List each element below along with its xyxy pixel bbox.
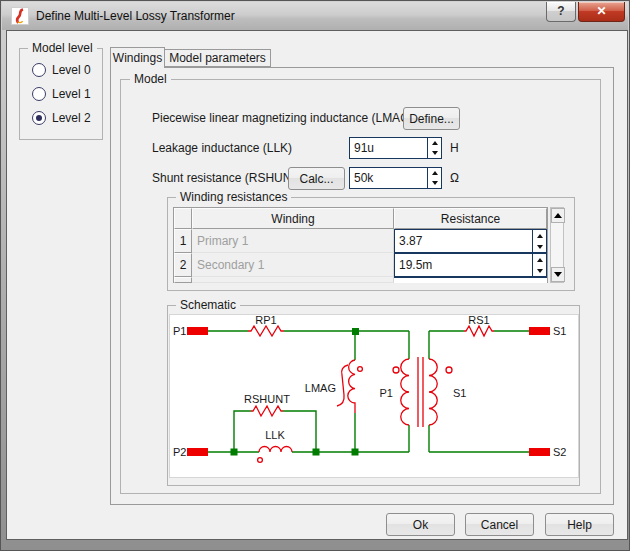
radio-level-2[interactable]: Level 2: [32, 110, 91, 126]
resistance-value-secondary-1[interactable]: 19.5m: [395, 254, 532, 276]
dialog-body: Model level Level 0 Level 1 Level 2 Wind…: [6, 30, 628, 540]
help-button[interactable]: Help: [545, 513, 614, 536]
rshunt-spinbox[interactable]: 50k: [349, 167, 442, 189]
p1-terminal-label: P1: [173, 325, 186, 337]
lmag-define-button[interactable]: Define...: [403, 107, 460, 130]
p2-terminal-pad: [187, 448, 208, 456]
lmag-label: Piecewise linear magnetizing inductance …: [152, 111, 413, 125]
cancel-button[interactable]: Cancel: [465, 513, 534, 536]
rp1-label: RP1: [255, 315, 276, 326]
resistance-spin-buttons-1[interactable]: [532, 230, 546, 252]
row-header-3-partial: [174, 277, 192, 283]
question-icon: ?: [557, 4, 564, 18]
s1-terminal-label: S1: [553, 325, 566, 337]
winding-resistances-table: Winding Resistance 1 Primary 1 3.87: [173, 207, 548, 283]
llk-value[interactable]: 91u: [350, 138, 427, 158]
llk-spin-buttons[interactable]: [427, 138, 441, 158]
primary-winding-label: P1: [380, 387, 393, 399]
window-title: Define Multi-Level Lossy Transformer: [36, 2, 235, 30]
resistance-2-spin-up-icon[interactable]: [533, 254, 546, 265]
column-header-resistance[interactable]: Resistance: [394, 208, 547, 229]
rshunt-label: Shunt resistance (RSHUNT): [152, 171, 303, 185]
winding-cell-3-partial: [192, 277, 394, 283]
radio-level-0[interactable]: Level 0: [32, 62, 91, 78]
resistance-spin-buttons-2[interactable]: [532, 254, 546, 276]
tab-windings[interactable]: Windings: [110, 47, 165, 68]
windings-tab-panel: Model Piecewise linear magnetizing induc…: [110, 67, 614, 505]
rshunt-spin-buttons[interactable]: [427, 168, 441, 188]
resistance-1-spin-down-icon[interactable]: [533, 241, 546, 252]
model-group: Model Piecewise linear magnetizing induc…: [120, 79, 601, 494]
schematic-group: Schematic: [167, 305, 580, 486]
radio-level-1-icon[interactable]: [32, 87, 46, 101]
table-corner-cell: [174, 208, 192, 229]
llk-spin-up-icon[interactable]: [428, 138, 441, 148]
close-button[interactable]: ✕: [578, 2, 625, 22]
rshunt-spin-down-icon[interactable]: [428, 178, 441, 188]
llk-label: Leakage inductance (LLK): [152, 141, 292, 155]
ok-button[interactable]: Ok: [386, 513, 455, 536]
row-header-1[interactable]: 1: [174, 229, 192, 253]
scroll-down-icon: [554, 272, 562, 277]
s1-terminal-pad: [529, 327, 550, 335]
resistance-1-spin-up-icon[interactable]: [533, 230, 546, 241]
close-icon: ✕: [596, 4, 606, 18]
llk-unit: H: [450, 141, 459, 155]
screen: Define Multi-Level Lossy Transformer ? ✕…: [0, 0, 630, 551]
model-level-group: Model level Level 0 Level 1 Level 2: [19, 48, 103, 140]
winding-cell-primary-1: Primary 1: [192, 229, 394, 253]
rshunt-unit: Ω: [450, 171, 459, 185]
tab-model-parameters[interactable]: Model parameters: [164, 49, 271, 67]
resistance-cell-3-partial: [394, 277, 547, 283]
schematic-canvas: P1 P2 S1 S2 RP1 RS1 RSHUNT LLK LMAG P1 S: [169, 314, 579, 478]
resistance-spinbox-secondary-1[interactable]: 19.5m: [394, 253, 547, 277]
rshunt-value[interactable]: 50k: [350, 168, 427, 188]
resistance-value-primary-1[interactable]: 3.87: [395, 230, 532, 252]
rs1-label: RS1: [468, 315, 489, 326]
help-titlebar-button[interactable]: ?: [546, 2, 576, 22]
radio-level-1-label: Level 1: [52, 87, 91, 101]
radio-level-0-icon[interactable]: [32, 63, 46, 77]
winding-resistances-group: Winding resistances Winding Resistance 1…: [167, 197, 575, 291]
scroll-up-icon: [554, 213, 562, 218]
p1-terminal-pad: [187, 327, 208, 335]
resistance-2-spin-down-icon[interactable]: [533, 265, 546, 276]
model-level-caption: Model level: [28, 41, 97, 56]
schematic-caption: Schematic: [176, 298, 240, 313]
app-icon: [11, 7, 29, 25]
dialog-define-multi-level-lossy-transformer: Define Multi-Level Lossy Transformer ? ✕…: [0, 0, 630, 551]
lmag-schematic-label: LMAG: [305, 382, 336, 394]
transformer-schematic: P1 P2 S1 S2 RP1 RS1 RSHUNT LLK LMAG P1 S: [170, 315, 578, 477]
radio-level-0-label: Level 0: [52, 63, 91, 77]
rshunt-spin-up-icon[interactable]: [428, 168, 441, 178]
row-header-2[interactable]: 2: [174, 253, 192, 277]
table-vertical-scrollbar[interactable]: [550, 207, 564, 283]
resistance-spinbox-primary-1[interactable]: 3.87: [394, 229, 547, 253]
winding-resistances-caption: Winding resistances: [176, 190, 291, 205]
radio-level-1[interactable]: Level 1: [32, 86, 91, 102]
scroll-up-button[interactable]: [551, 208, 565, 223]
model-caption: Model: [130, 72, 171, 87]
llk-spinbox[interactable]: 91u: [349, 137, 442, 159]
llk-schematic-label: LLK: [265, 429, 285, 441]
title-bar[interactable]: Define Multi-Level Lossy Transformer: [2, 2, 628, 30]
radio-level-2-label: Level 2: [52, 111, 91, 125]
secondary-winding-label: S1: [453, 387, 466, 399]
radio-level-2-icon[interactable]: [32, 111, 46, 125]
p2-terminal-label: P2: [173, 446, 186, 458]
rshunt-schematic-label: RSHUNT: [244, 393, 290, 405]
s2-terminal-label: S2: [553, 446, 566, 458]
llk-spin-down-icon[interactable]: [428, 148, 441, 158]
column-header-winding[interactable]: Winding: [192, 208, 394, 229]
scroll-down-button[interactable]: [551, 267, 565, 282]
s2-terminal-pad: [529, 448, 550, 456]
winding-cell-secondary-1: Secondary 1: [192, 253, 394, 277]
rshunt-calc-button[interactable]: Calc...: [288, 167, 345, 190]
